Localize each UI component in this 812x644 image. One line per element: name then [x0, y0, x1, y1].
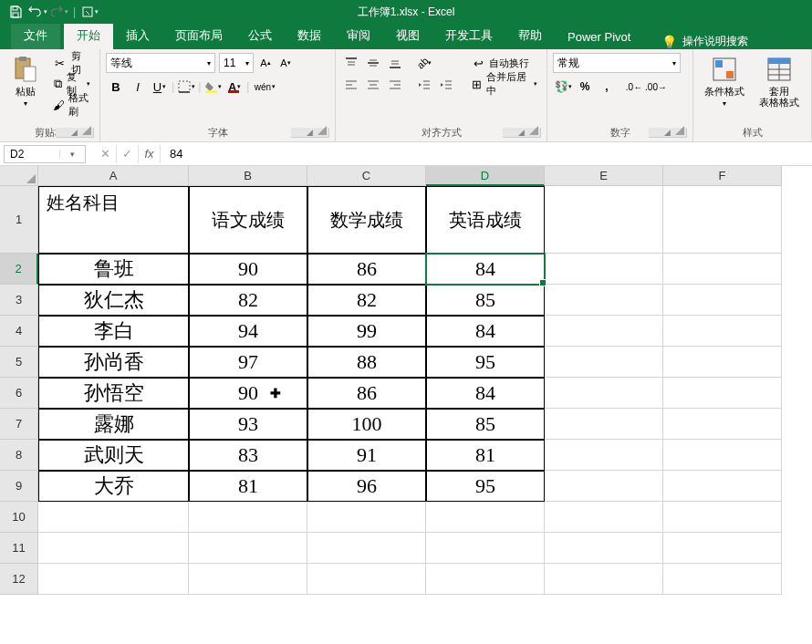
tab-home[interactable]: 开始 [64, 24, 113, 49]
border-button[interactable]: ▾ [176, 77, 196, 97]
cell-D5[interactable]: 95 [426, 347, 545, 378]
cell-B8[interactable]: 83 [189, 440, 307, 471]
decrease-font-button[interactable]: A▾ [277, 53, 294, 73]
cell-D2[interactable]: 84 [426, 254, 545, 285]
italic-button[interactable]: I [128, 77, 148, 97]
cell-C2[interactable]: 86 [307, 254, 426, 285]
cell-F11[interactable] [663, 533, 782, 564]
cell-F5[interactable] [663, 347, 782, 378]
cell-A9[interactable]: 大乔 [38, 471, 189, 502]
cell-F3[interactable] [663, 285, 782, 316]
cell-C4[interactable]: 99 [307, 316, 426, 347]
row-header-11[interactable]: 11 [0, 533, 38, 564]
cell-A7[interactable]: 露娜 [38, 409, 189, 440]
insert-function-button[interactable]: fx [139, 145, 161, 163]
cell-E8[interactable] [545, 440, 663, 471]
align-center-button[interactable] [363, 75, 383, 95]
cell-D8[interactable]: 81 [426, 440, 545, 471]
row-header-3[interactable]: 3 [0, 285, 38, 316]
underline-button[interactable]: U▾ [150, 77, 170, 97]
cell-A1[interactable]: 姓名科目 [38, 186, 189, 254]
cell-E1[interactable] [545, 186, 663, 254]
format-painter-button[interactable]: 🖌格式刷 [49, 95, 94, 115]
cell-C3[interactable]: 82 [307, 285, 426, 316]
row-header-8[interactable]: 8 [0, 440, 38, 471]
name-box-dropdown[interactable]: ▾ [59, 150, 85, 159]
cell-B5[interactable]: 97 [189, 347, 307, 378]
tab-file[interactable]: 文件 [11, 24, 60, 49]
cell-D10[interactable] [426, 502, 545, 533]
cell-E6[interactable] [545, 378, 663, 409]
cell-F2[interactable] [663, 254, 782, 285]
cell-E3[interactable] [545, 285, 663, 316]
align-top-button[interactable] [341, 53, 361, 73]
percent-format-button[interactable]: % [575, 77, 595, 97]
formula-input[interactable] [161, 147, 617, 161]
row-header-9[interactable]: 9 [0, 471, 38, 502]
row-header-2[interactable]: 2 [0, 254, 38, 285]
conditional-format-button[interactable]: 条件格式▾ [699, 53, 750, 110]
cell-A4[interactable]: 李白 [38, 316, 189, 347]
row-header-7[interactable]: 7 [0, 409, 38, 440]
row-header-10[interactable]: 10 [0, 502, 38, 533]
col-header-F[interactable]: F [663, 166, 782, 186]
cell-D12[interactable] [426, 564, 545, 595]
cell-E7[interactable] [545, 409, 663, 440]
align-middle-button[interactable] [363, 53, 383, 73]
undo-icon[interactable]: ▾ [27, 2, 47, 22]
cell-A5[interactable]: 孙尚香 [38, 347, 189, 378]
cell-F9[interactable] [663, 471, 782, 502]
enter-formula-button[interactable]: ✓ [117, 145, 139, 163]
cell-B10[interactable] [189, 502, 307, 533]
cell-B11[interactable] [189, 533, 307, 564]
decrease-decimal-button[interactable]: .00→ [646, 77, 666, 97]
row-header-1[interactable]: 1 [0, 186, 38, 254]
cell-E12[interactable] [545, 564, 663, 595]
cell-A11[interactable] [38, 533, 189, 564]
align-right-button[interactable] [385, 75, 405, 95]
col-header-D[interactable]: D [426, 166, 545, 186]
alignment-dialog-launcher[interactable]: ◢ [503, 128, 541, 138]
name-box[interactable]: ▾ [4, 145, 86, 163]
redo-icon[interactable]: ▾ [49, 2, 69, 22]
cell-F1[interactable] [663, 186, 782, 254]
tell-me-search[interactable]: 💡 操作说明搜索 [661, 34, 748, 49]
orientation-button[interactable]: ab▾ [414, 53, 434, 73]
tab-formulas[interactable]: 公式 [235, 24, 285, 49]
row-header-4[interactable]: 4 [0, 316, 38, 347]
cell-B3[interactable]: 82 [189, 285, 307, 316]
font-dialog-launcher[interactable]: ◢ [291, 128, 329, 138]
cell-C10[interactable] [307, 502, 426, 533]
save-icon[interactable] [5, 2, 26, 22]
col-header-C[interactable]: C [307, 166, 426, 186]
comma-format-button[interactable]: , [597, 77, 617, 97]
cell-B4[interactable]: 94 [189, 316, 307, 347]
col-header-E[interactable]: E [545, 166, 663, 186]
tab-data[interactable]: 数据 [285, 24, 334, 49]
number-format-combo[interactable]: 常规▾ [553, 53, 681, 73]
increase-font-button[interactable]: A▴ [257, 53, 274, 73]
cell-C8[interactable]: 91 [307, 440, 426, 471]
row-header-6[interactable]: 6 [0, 378, 38, 409]
cell-F7[interactable] [663, 409, 782, 440]
cell-E5[interactable] [545, 347, 663, 378]
fill-color-button[interactable]: ▾ [203, 77, 223, 97]
tab-review[interactable]: 审阅 [334, 24, 383, 49]
increase-indent-button[interactable] [436, 75, 456, 95]
tab-view[interactable]: 视图 [383, 24, 432, 49]
cell-D3[interactable]: 85 [426, 285, 545, 316]
cell-E4[interactable] [545, 316, 663, 347]
increase-decimal-button[interactable]: .0← [624, 77, 644, 97]
paste-button[interactable]: 粘贴▾ [5, 53, 46, 110]
row-header-5[interactable]: 5 [0, 347, 38, 378]
bold-button[interactable]: B [106, 77, 126, 97]
cell-D1[interactable]: 英语成绩 [426, 186, 545, 254]
font-size-combo[interactable]: 11▾ [219, 53, 254, 73]
cell-C12[interactable] [307, 564, 426, 595]
cell-E9[interactable] [545, 471, 663, 502]
cell-B2[interactable]: 90 [189, 254, 307, 285]
decrease-indent-button[interactable] [414, 75, 434, 95]
col-header-A[interactable]: A [38, 166, 189, 186]
select-all-corner[interactable] [0, 166, 38, 186]
touch-mode-icon[interactable]: ▾ [79, 2, 99, 22]
